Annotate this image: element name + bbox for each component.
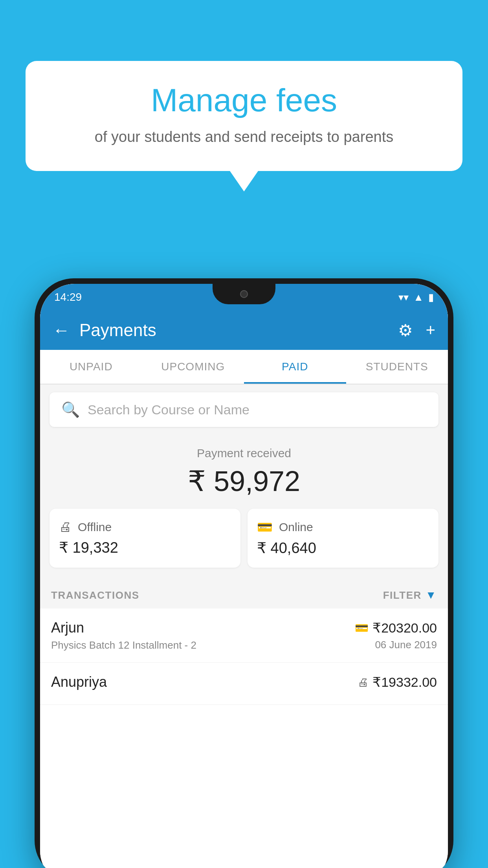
payment-total-amount: ₹ 59,972 (50, 465, 438, 498)
amount-wrap: 💳 ₹20320.00 (355, 620, 437, 636)
speech-bubble-subtitle: of your students and send receipts to pa… (49, 127, 439, 147)
phone-frame: 14:29 ▾▾ ▲ ▮ ← Payments ⚙ + (35, 278, 453, 868)
transaction-amount: ₹20320.00 (372, 620, 437, 636)
transaction-right: 🖨 ₹19332.00 (358, 674, 437, 693)
filter-icon: ▼ (426, 589, 437, 601)
payment-cards: 🖨 Offline ₹ 19,332 💳 Online ₹ 40,640 (50, 509, 438, 568)
transaction-name: Arjun (51, 620, 196, 636)
payment-section: Payment received ₹ 59,972 🖨 Offline ₹ 19… (40, 435, 448, 579)
camera-dot (240, 290, 248, 298)
tab-upcoming[interactable]: UPCOMING (142, 350, 244, 384)
search-container: 🔍 Search by Course or Name (40, 384, 448, 435)
transaction-left: Anupriya (51, 674, 107, 693)
amount-wrap: 🖨 ₹19332.00 (358, 674, 437, 690)
tabs: UNPAID UPCOMING PAID STUDENTS (40, 350, 448, 384)
transaction-name: Anupriya (51, 674, 107, 690)
online-amount: ₹ 40,640 (257, 539, 429, 557)
offline-card: 🖨 Offline ₹ 19,332 (50, 509, 240, 568)
header-icons: ⚙ + (398, 321, 435, 340)
speech-bubble-container: Manage fees of your students and send re… (26, 61, 462, 171)
table-row[interactable]: Arjun Physics Batch 12 Installment - 2 💳… (40, 609, 448, 663)
transactions-label: TRANSACTIONS (51, 589, 139, 601)
status-time: 14:29 (54, 291, 82, 303)
status-bar: 14:29 ▾▾ ▲ ▮ (40, 284, 448, 311)
offline-amount: ₹ 19,332 (59, 539, 231, 556)
online-card-header: 💳 Online (257, 520, 429, 535)
search-bar[interactable]: 🔍 Search by Course or Name (50, 392, 438, 427)
offline-card-header: 🖨 Offline (59, 520, 231, 534)
filter-button[interactable]: FILTER ▼ (383, 589, 437, 601)
wifi-icon: ▾▾ (398, 291, 409, 303)
phone-screen: 14:29 ▾▾ ▲ ▮ ← Payments ⚙ + (40, 284, 448, 868)
settings-icon[interactable]: ⚙ (398, 321, 413, 340)
online-pay-icon: 💳 (355, 622, 369, 634)
add-icon[interactable]: + (426, 321, 435, 340)
transaction-right: 💳 ₹20320.00 06 June 2019 (355, 620, 437, 651)
battery-icon: ▮ (428, 291, 434, 303)
transactions-header: TRANSACTIONS FILTER ▼ (40, 579, 448, 609)
back-button[interactable]: ← (53, 320, 70, 340)
transaction-date: 06 June 2019 (355, 639, 437, 651)
online-icon: 💳 (257, 520, 273, 535)
search-placeholder: Search by Course or Name (88, 402, 250, 417)
signal-icon: ▲ (413, 291, 424, 303)
online-card: 💳 Online ₹ 40,640 (248, 509, 438, 568)
payment-received-label: Payment received (50, 447, 438, 460)
tab-unpaid[interactable]: UNPAID (40, 350, 142, 384)
offline-label: Offline (78, 520, 112, 534)
speech-bubble: Manage fees of your students and send re… (26, 61, 462, 171)
table-row[interactable]: Anupriya 🖨 ₹19332.00 (40, 663, 448, 705)
online-label: Online (279, 520, 313, 534)
page-title: Payments (79, 320, 398, 340)
transaction-detail: Physics Batch 12 Installment - 2 (51, 639, 196, 651)
search-icon: 🔍 (61, 401, 80, 418)
offline-pay-icon: 🖨 (358, 676, 369, 689)
screen-content: 14:29 ▾▾ ▲ ▮ ← Payments ⚙ + (40, 284, 448, 868)
status-icons: ▾▾ ▲ ▮ (398, 291, 434, 303)
tab-students[interactable]: STUDENTS (346, 350, 448, 384)
tab-paid[interactable]: PAID (244, 350, 346, 384)
app-header: ← Payments ⚙ + (40, 311, 448, 350)
notch (213, 284, 275, 304)
transaction-left: Arjun Physics Batch 12 Installment - 2 (51, 620, 196, 651)
transaction-amount: ₹19332.00 (372, 674, 437, 690)
offline-icon: 🖨 (59, 520, 72, 534)
speech-bubble-title: Manage fees (49, 83, 439, 118)
filter-label: FILTER (383, 589, 422, 601)
